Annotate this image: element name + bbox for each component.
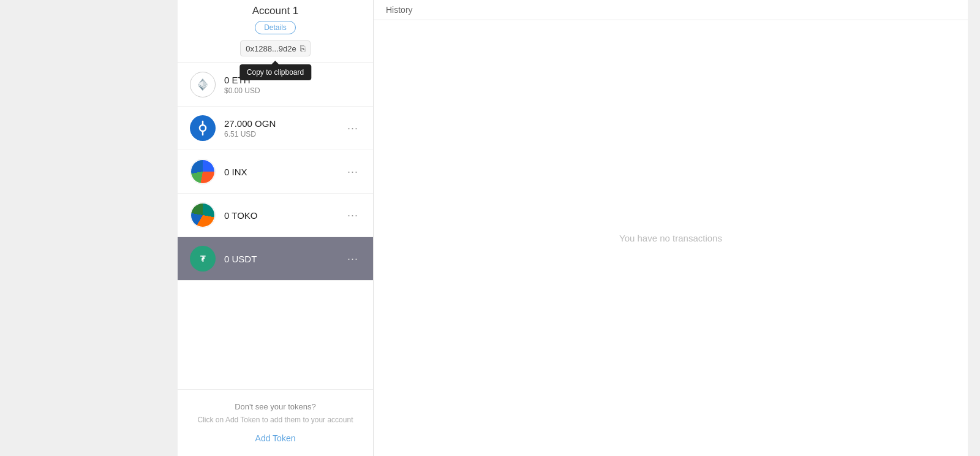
history-empty-message: You have no transactions xyxy=(374,20,968,456)
copy-icon: ⎘ xyxy=(300,44,305,53)
token-info-usdt: 0 USDT xyxy=(224,254,345,264)
toko-icon xyxy=(190,202,216,228)
account-title: Account 1 xyxy=(178,5,373,17)
details-button[interactable]: Details xyxy=(255,21,296,34)
wallet-header: Account 1 Details 0x1288...9d2e ⎘ Copy t… xyxy=(178,0,373,63)
toko-menu-icon[interactable]: ··· xyxy=(345,207,361,224)
ogn-amount: 27.000 OGN xyxy=(224,118,345,129)
left-panel xyxy=(0,0,178,456)
footer-title: Don't see your tokens? xyxy=(190,402,361,411)
copy-tooltip: Copy to clipboard xyxy=(239,64,311,80)
token-list: 0 ETH $0.00 USD 27.000 OGN 6.51 USD ··· xyxy=(178,63,373,389)
eth-logo xyxy=(195,77,210,92)
toko-pie-chart xyxy=(191,203,214,227)
usdt-icon: ₮ xyxy=(190,246,216,272)
wallet-panel: Account 1 Details 0x1288...9d2e ⎘ Copy t… xyxy=(178,0,374,456)
add-token-link[interactable]: Add Token xyxy=(255,433,296,443)
address-row[interactable]: 0x1288...9d2e ⎘ xyxy=(240,40,310,56)
eth-icon xyxy=(190,72,216,97)
token-info-ogn: 27.000 OGN 6.51 USD xyxy=(224,118,345,139)
inx-amount: 0 INX xyxy=(224,167,345,177)
ogn-logo xyxy=(195,120,211,136)
toko-amount: 0 TOKO xyxy=(224,210,345,221)
token-item-ogn[interactable]: 27.000 OGN 6.51 USD ··· xyxy=(178,107,373,150)
token-info-inx: 0 INX xyxy=(224,167,345,177)
footer-description: Click on Add Token to add them to your a… xyxy=(190,415,361,425)
token-item-usdt[interactable]: ₮ 0 USDT ··· xyxy=(178,237,373,281)
history-tab[interactable]: History xyxy=(374,0,968,20)
usdt-logo: ₮ xyxy=(194,250,211,267)
history-panel: History You have no transactions xyxy=(374,0,968,456)
inx-pie-chart xyxy=(191,160,214,183)
inx-icon xyxy=(190,159,216,184)
eth-usd: $0.00 USD xyxy=(224,86,361,95)
token-info-toko: 0 TOKO xyxy=(224,210,345,221)
right-scrollbar[interactable] xyxy=(968,0,980,456)
ogn-usd: 6.51 USD xyxy=(224,130,345,139)
wallet-footer: Don't see your tokens? Click on Add Toke… xyxy=(178,389,373,456)
usdt-amount: 0 USDT xyxy=(224,254,345,264)
token-item-inx[interactable]: 0 INX ··· xyxy=(178,150,373,194)
usdt-menu-icon[interactable]: ··· xyxy=(345,250,361,268)
ogn-icon xyxy=(190,115,216,141)
inx-menu-icon[interactable]: ··· xyxy=(345,163,361,181)
address-text: 0x1288...9d2e xyxy=(246,44,296,53)
ogn-menu-icon[interactable]: ··· xyxy=(345,120,361,137)
svg-text:₮: ₮ xyxy=(200,254,206,264)
token-item-toko[interactable]: 0 TOKO ··· xyxy=(178,194,373,237)
